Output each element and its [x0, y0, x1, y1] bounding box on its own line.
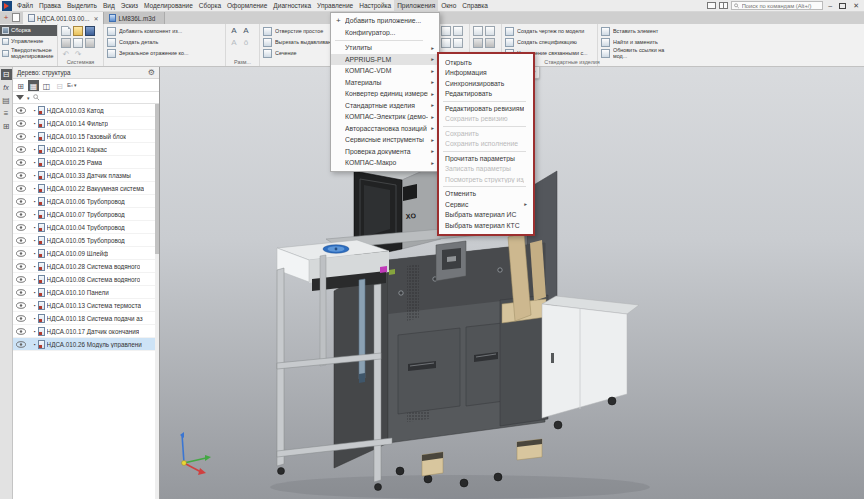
ribbon-button[interactable]: Добавить компонент из... [107, 26, 222, 37]
expand-bullet-icon[interactable]: ▪ [34, 160, 36, 165]
tree-row[interactable]: ▪ НДСА.010.07 Трубопровод [13, 208, 155, 221]
expand-bullet-icon[interactable]: ▪ [34, 121, 36, 126]
open-icon[interactable] [73, 26, 83, 36]
tree-panel-icon[interactable]: ⊟ [1, 69, 12, 80]
close-button[interactable]: ✕ [851, 1, 861, 11]
tree-row[interactable]: ▪ НДСА.010.15 Газовый блок [13, 130, 155, 143]
submenu-item[interactable]: Прочитать параметры [439, 153, 533, 164]
filter-funnel-icon[interactable] [16, 95, 24, 100]
ribbon-button[interactable]: Обновить ссылки на мод... [601, 48, 667, 59]
composition-view-button[interactable]: ◫ [41, 80, 52, 91]
dimension-icon[interactable]: А [229, 26, 239, 36]
menu-item[interactable]: APPRIUS-PLM ▸ [331, 54, 439, 66]
expand-bullet-icon[interactable]: ▪ [34, 342, 36, 347]
eye-icon[interactable] [16, 289, 26, 296]
tree-view-button[interactable]: ⊞ [15, 80, 26, 91]
submenu-item[interactable]: Посмотреть структуру изделия [439, 174, 533, 185]
menu-item[interactable]: + Добавить приложение... [331, 15, 439, 27]
tree-row[interactable]: ▪ НДСА.010.18 Система подачи аз [13, 312, 155, 325]
document-tab[interactable]: LM836L.m3d [104, 12, 165, 24]
new-document-button[interactable]: + [0, 12, 12, 24]
menu-item[interactable]: Утилиты ▸ [331, 42, 439, 54]
search-icon[interactable] [33, 94, 40, 101]
expand-bullet-icon[interactable]: ▪ [34, 277, 36, 282]
menu-item[interactable]: Конфигуратор... [331, 27, 439, 39]
menu-item[interactable]: Управление [314, 0, 356, 12]
eye-icon[interactable] [16, 302, 26, 309]
expand-bullet-icon[interactable]: ▪ [34, 108, 36, 113]
tree-row[interactable]: ▪ НДСА.010.13 Система термоста [13, 299, 155, 312]
tree-row[interactable]: ▪ НДСА.010.03 Катод [13, 104, 155, 117]
tree-filter-combo[interactable]: Е‹ ▾ [67, 82, 77, 88]
submenu-item[interactable]: Сохранить исполнение [439, 139, 533, 150]
tree-scrollbar[interactable] [155, 104, 159, 499]
expand-bullet-icon[interactable]: ▪ [34, 316, 36, 321]
eye-icon[interactable] [16, 198, 26, 205]
eye-icon[interactable] [16, 341, 26, 348]
ribbon-side-tab[interactable]: Твердотельное моделирование [0, 47, 57, 59]
menu-item[interactable]: Файл [14, 0, 36, 12]
tree-row[interactable]: ▪ НДСА.010.08 Система водяного [13, 273, 155, 286]
tree-row[interactable]: ▪ НДСА.010.06 Трубопровод [13, 195, 155, 208]
restore-button[interactable] [839, 3, 846, 9]
menu-item[interactable]: КОМПАС-Электрик (демо-режим) ▸ [331, 111, 439, 123]
eye-icon[interactable] [16, 107, 26, 114]
menu-item[interactable]: КОМПАС-Макро ▸ [331, 157, 439, 169]
menu-item[interactable]: Стандартные изделия ▸ [331, 100, 439, 112]
eye-icon[interactable] [16, 237, 26, 244]
menu-item[interactable]: Эскиз [118, 0, 141, 12]
command-search[interactable] [731, 1, 823, 10]
ribbon-button[interactable]: Создать спецификацию [505, 37, 594, 48]
menu-item[interactable]: Справка [459, 0, 491, 12]
menu-item[interactable]: КОМПАС-VDM ▸ [331, 65, 439, 77]
expand-bullet-icon[interactable]: ▪ [34, 199, 36, 204]
tree-row[interactable]: ▪ НДСА.010.25 Рама [13, 156, 155, 169]
submenu-item[interactable]: Открыть [439, 57, 533, 68]
eye-icon[interactable] [16, 146, 26, 153]
command-search-input[interactable] [742, 3, 821, 9]
expand-bullet-icon[interactable]: ▪ [34, 264, 36, 269]
menu-item[interactable]: Правка [36, 0, 64, 12]
menu-item[interactable]: Вид [100, 0, 118, 12]
new-document-icon[interactable] [61, 26, 71, 36]
tree-row[interactable]: ▪ НДСА.010.10 Панели [13, 286, 155, 299]
expand-bullet-icon[interactable]: ▪ [34, 225, 36, 230]
tree-row[interactable]: ▪ НДСА.010.26 Модуль управлени [13, 338, 155, 351]
menu-item[interactable]: Диагностика [270, 0, 314, 12]
tree-row[interactable]: ▪ НДСА.010.21 Каркас [13, 143, 155, 156]
ribbon-side-tab[interactable]: Сборка [0, 25, 57, 36]
eye-icon[interactable] [16, 224, 26, 231]
tree-row[interactable]: ▪ НДСА.010.04 Трубопровод [13, 221, 155, 234]
submenu-item[interactable]: Сервис ▸ [439, 199, 533, 210]
submenu-item[interactable]: Выбрать материал ИС [439, 210, 533, 221]
menu-item[interactable]: Материалы ▸ [331, 77, 439, 89]
expand-bullet-icon[interactable]: ▪ [34, 238, 36, 243]
ribbon-side-tab[interactable]: Управление [0, 36, 57, 47]
expand-bullet-icon[interactable]: ▪ [34, 173, 36, 178]
submenu-item[interactable]: Редактировать ревизиями [439, 103, 533, 114]
eye-icon[interactable] [16, 250, 26, 257]
list-panel-icon[interactable]: ≡ [1, 108, 12, 119]
aux-sketch-icon[interactable] [453, 38, 463, 48]
menu-item[interactable]: Моделирование [141, 0, 196, 12]
aux-axis-icon[interactable] [453, 26, 463, 36]
properties-icon[interactable] [85, 38, 95, 48]
recent-documents-icon[interactable] [12, 13, 20, 22]
split-screen-icon[interactable] [719, 2, 728, 9]
expand-bullet-icon[interactable]: ▪ [34, 147, 36, 152]
menu-item[interactable]: Окно [438, 0, 459, 12]
expand-bullet-icon[interactable]: ▪ [34, 303, 36, 308]
expand-bullet-icon[interactable]: ▪ [34, 251, 36, 256]
save-icon[interactable] [85, 26, 95, 36]
ribbon-button[interactable]: Вставить элемент [601, 26, 667, 37]
eye-icon[interactable] [16, 328, 26, 335]
menu-item[interactable]: Конвертер единиц измерения ▸ [331, 88, 439, 100]
ribbon-button[interactable]: Зеркальное отражение ко... [107, 48, 222, 59]
menu-item[interactable]: Проверка документа ▸ [331, 146, 439, 158]
submenu-item[interactable]: Синхронизировать [439, 78, 533, 89]
expand-bullet-icon[interactable]: ▪ [34, 134, 36, 139]
submenu-item[interactable]: Сохранить [439, 128, 533, 139]
gear-icon[interactable]: ⚙ [148, 68, 155, 78]
measure4-icon[interactable] [485, 38, 495, 48]
tree-row[interactable]: ▪ НДСА.010.33 Датчик плазмы [13, 169, 155, 182]
